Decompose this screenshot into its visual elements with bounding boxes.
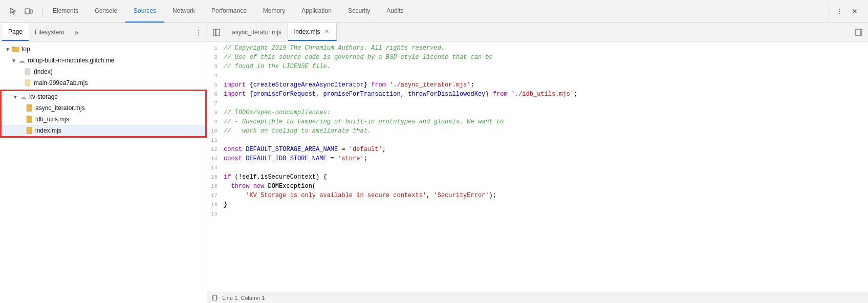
code-content-19 xyxy=(224,209,864,219)
svg-rect-9 xyxy=(27,104,32,112)
code-content-2: // Use of this source code is governed b… xyxy=(224,53,864,62)
toolbar-end-divider xyxy=(829,5,829,17)
select-element-icon[interactable] xyxy=(6,4,20,18)
kv-storage-container: ▼ ☁ kv-storage async_iterator.mjs xyxy=(0,90,207,138)
code-line-18: 18 } xyxy=(207,200,868,209)
svg-rect-11 xyxy=(27,127,32,134)
code-line-4: 4 xyxy=(207,71,868,80)
line-num-1: 1 xyxy=(207,44,224,53)
toolbar-tabs: Elements Console Sources Network Perform… xyxy=(45,0,412,23)
file-tab-async-iterator[interactable]: async_iterator.mjs xyxy=(226,23,288,41)
file-icon-index-mjs xyxy=(25,126,33,135)
code-line-6: 6 import {promiseForRequest, promiseForT… xyxy=(207,90,868,99)
code-line-3: 3 // found in the LICENSE file. xyxy=(207,62,868,71)
code-line-17: 17 'KV Storage is only available in secu… xyxy=(207,191,868,200)
code-content-8: // TODOs/spec-noncompliances: xyxy=(224,108,864,117)
tree-label-rollup: rollup-built-in-modules.glitch.me xyxy=(28,57,114,64)
line-num-4: 4 xyxy=(207,71,224,80)
file-tree: ▼ top ▼ ☁ rollup-built-in-modules.glitch… xyxy=(0,41,207,303)
tab-application[interactable]: Application xyxy=(293,0,340,23)
line-num-6: 6 xyxy=(207,90,224,99)
tab-console[interactable]: Console xyxy=(86,0,125,23)
cloud-folder-icon-rollup: ☁ xyxy=(17,56,26,64)
line-num-13: 13 xyxy=(207,154,224,163)
file-tab-label-index-mjs: index.mjs xyxy=(294,28,320,35)
svg-rect-12 xyxy=(213,29,215,35)
code-content-6: import {promiseForRequest, promiseForTra… xyxy=(224,90,864,99)
tree-item-idb-utils[interactable]: idb_utils.mjs xyxy=(2,114,205,125)
code-content-10: // work on tooling to ameliorate that. xyxy=(224,126,864,136)
tab-memory[interactable]: Memory xyxy=(255,0,293,23)
code-editor[interactable]: 1 // Copyright 2019 The Chromium Authors… xyxy=(207,41,868,292)
code-line-2: 2 // Use of this source code is governed… xyxy=(207,53,868,62)
tab-sources[interactable]: Sources xyxy=(125,0,164,23)
left-panel: Page Filesystem » ⋮ ▼ top ▼ ☁ rollup-bui… xyxy=(0,23,207,303)
collapse-panel-icon[interactable] xyxy=(852,25,866,39)
code-line-8: 8 // TODOs/spec-noncompliances: xyxy=(207,108,868,117)
code-line-9: 9 // - Susceptible to tampering of built… xyxy=(207,117,868,126)
code-line-13: 13 const DEFAULT_IDB_STORE_NAME = 'store… xyxy=(207,154,868,163)
code-content-9: // - Susceptible to tampering of built-i… xyxy=(224,117,864,126)
code-line-10: 10 // work on tooling to ameliorate that… xyxy=(207,126,868,136)
svg-marker-8 xyxy=(205,109,207,117)
code-content-14 xyxy=(224,163,864,172)
toolbar-left-icons xyxy=(2,4,40,18)
close-tab-icon[interactable]: ✕ xyxy=(323,28,330,35)
main-layout: Page Filesystem » ⋮ ▼ top ▼ ☁ rollup-bui… xyxy=(0,23,868,303)
code-content-12: const DEFAULT_STORAGE_AREA_NAME = 'defau… xyxy=(224,145,864,154)
toolbar: Elements Console Sources Network Perform… xyxy=(0,0,868,23)
code-content-16: throw new DOMException( xyxy=(224,182,864,191)
tab-elements[interactable]: Elements xyxy=(45,0,86,23)
file-tab-index-mjs[interactable]: index.mjs ✕ xyxy=(288,23,337,41)
line-num-12: 12 xyxy=(207,145,224,154)
device-toggle-icon[interactable] xyxy=(21,4,36,18)
tree-item-main-mjs[interactable]: main-999ea7ab.mjs xyxy=(0,77,207,89)
tab-audits[interactable]: Audits xyxy=(378,0,411,23)
tab-network[interactable]: Network xyxy=(164,0,203,23)
svg-rect-14 xyxy=(856,29,862,35)
tree-label-async-iterator: async_iterator.mjs xyxy=(35,104,85,112)
code-content-7 xyxy=(224,99,864,108)
tab-filesystem[interactable]: Filesystem xyxy=(29,23,70,41)
tree-item-top[interactable]: ▼ top xyxy=(0,44,207,55)
tree-item-index-root[interactable]: f (index) xyxy=(0,66,207,77)
code-content-17: 'KV Storage is only available in secure … xyxy=(224,191,864,200)
line-num-3: 3 xyxy=(207,62,224,71)
svg-rect-7 xyxy=(25,79,30,86)
line-num-8: 8 xyxy=(207,108,224,117)
tree-item-rollup[interactable]: ▼ ☁ rollup-built-in-modules.glitch.me xyxy=(0,55,207,66)
code-line-1: 1 // Copyright 2019 The Chromium Authors… xyxy=(207,44,868,53)
line-num-14: 14 xyxy=(207,163,224,172)
code-content-3: // found in the LICENSE file. xyxy=(224,62,864,71)
code-line-15: 15 if (!self.isSecureContext) { xyxy=(207,172,868,182)
panel-menu-icon[interactable]: ⋮ xyxy=(192,26,205,38)
code-content-18: } xyxy=(224,200,864,209)
status-brace-icon: {} xyxy=(211,295,218,301)
file-icon-idb-utils xyxy=(25,115,33,123)
code-content-1: // Copyright 2019 The Chromium Authors. … xyxy=(224,44,864,53)
line-num-2: 2 xyxy=(207,53,224,62)
tree-item-async-iterator[interactable]: async_iterator.mjs xyxy=(2,102,205,114)
tab-security[interactable]: Security xyxy=(340,0,378,23)
toolbar-divider xyxy=(42,5,42,17)
close-devtools-icon[interactable]: ✕ xyxy=(848,4,862,18)
tree-item-kv-storage[interactable]: ▼ ☁ kv-storage xyxy=(2,91,205,102)
code-line-14: 14 xyxy=(207,163,868,172)
svg-rect-0 xyxy=(25,9,30,14)
tab-performance[interactable]: Performance xyxy=(203,0,255,23)
code-line-7: 7 xyxy=(207,99,868,108)
tree-label-main-mjs: main-999ea7ab.mjs xyxy=(34,79,88,86)
tree-label-index-mjs: index.mjs xyxy=(35,127,61,134)
tab-page[interactable]: Page xyxy=(2,23,29,41)
toggle-navigator-icon[interactable] xyxy=(209,25,224,39)
file-tab-label-async-iterator: async_iterator.mjs xyxy=(232,29,281,36)
line-num-17: 17 xyxy=(207,191,224,200)
code-content-15: if (!self.isSecureContext) { xyxy=(224,172,864,182)
status-bar: {} Line 1, Column 1 xyxy=(207,292,868,303)
more-options-icon[interactable]: ⋮ xyxy=(832,4,847,18)
line-num-18: 18 xyxy=(207,200,224,209)
code-line-11: 11 xyxy=(207,136,868,145)
line-num-10: 10 xyxy=(207,126,224,136)
tree-item-index-mjs[interactable]: index.mjs xyxy=(2,125,205,136)
more-tabs-icon[interactable]: » xyxy=(70,26,82,38)
